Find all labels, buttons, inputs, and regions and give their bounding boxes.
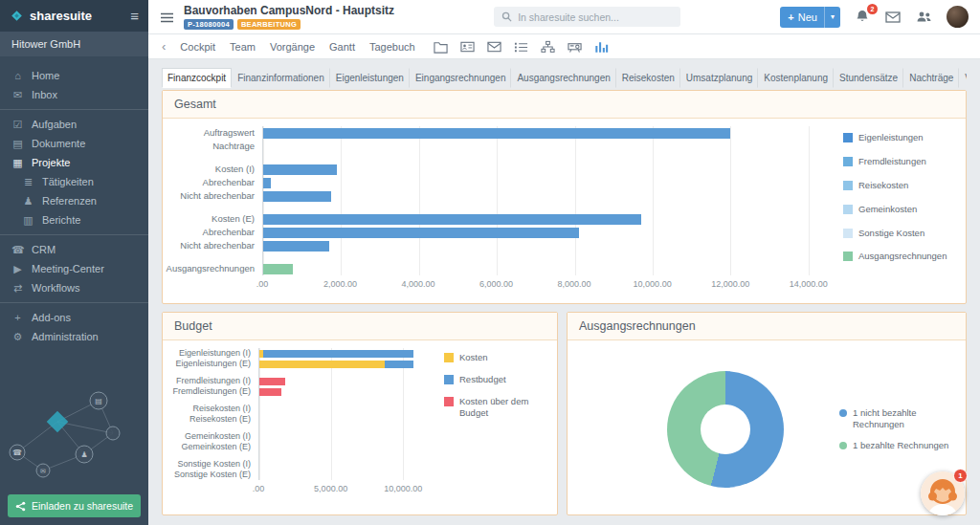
sidebar-item-dokumente[interactable]: ▤Dokumente xyxy=(0,134,148,153)
org-chart-icon[interactable] xyxy=(541,40,555,54)
bar-row xyxy=(263,239,824,252)
tab-finanzinformationen[interactable]: Finanzinformationen xyxy=(232,68,330,88)
org-selector[interactable]: Hitower GmbH xyxy=(0,32,148,56)
new-button[interactable]: + Neu ▾ xyxy=(780,7,840,28)
legend-label: Kosten xyxy=(459,352,488,363)
task-list-icon[interactable] xyxy=(514,40,528,54)
mail-icon[interactable] xyxy=(487,40,501,54)
sidebar-item-label: Referenzen xyxy=(42,195,97,207)
project-nav-icons xyxy=(434,40,609,54)
legend-swatch xyxy=(839,442,847,449)
sidebar-item-crm[interactable]: ☎CRM xyxy=(0,240,148,259)
tab-stundensaetze[interactable]: Stundensätze xyxy=(834,68,903,88)
sidebar-divider xyxy=(0,109,148,110)
tab-umsatzplanung[interactable]: Umsatzplanung xyxy=(680,68,758,88)
chart-plot-area xyxy=(258,348,425,480)
sidebar-item-berichte[interactable]: ▥Berichte xyxy=(0,210,148,230)
tab-ausgangsrechnungen[interactable]: Ausgangsrechnungen xyxy=(511,68,615,88)
user-avatar[interactable] xyxy=(947,6,969,28)
x-tick-label: 8,000.00 xyxy=(558,279,591,289)
sidebar-item-referenzen[interactable]: ♟Referenzen xyxy=(0,191,148,210)
bar-row xyxy=(259,442,425,452)
sidebar-item-label: Meeting-Center xyxy=(32,263,104,274)
project-nav-link-cockpit[interactable]: Cockpit xyxy=(180,41,215,53)
references-icon: ♟ xyxy=(22,195,34,208)
sidebar-item-inbox[interactable]: ✉Inbox xyxy=(0,85,148,104)
sidebar-nav: ⌂Home✉Inbox☑Aufgaben▤Dokumente▦Projekte≣… xyxy=(0,56,148,525)
legend-label: 1 nicht bezahlte Rechnungen xyxy=(853,407,954,430)
bar-category-label: Sonstige Kosten (E) xyxy=(174,470,251,480)
bar-segment xyxy=(263,214,641,225)
search-icon xyxy=(501,11,512,22)
search-input[interactable] xyxy=(518,11,673,23)
legend-item: Gemeinkosten xyxy=(843,204,954,215)
folder-icon[interactable] xyxy=(434,40,448,54)
tab-eingangsrechnungen[interactable]: Eingangsrechnungen xyxy=(410,68,512,88)
invite-button[interactable]: Einladen zu sharesuite xyxy=(8,494,141,517)
chart-x-axis: .005,000.0010,000.00 xyxy=(258,480,425,495)
bar-segment xyxy=(263,178,271,188)
sidebar-item-label: CRM xyxy=(32,244,56,255)
bar-row xyxy=(263,189,824,203)
sidebar-item-taetigkeiten[interactable]: ≣Tätigkeiten xyxy=(0,172,148,191)
chevron-down-icon[interactable]: ▾ xyxy=(824,7,840,28)
bar-row xyxy=(259,431,425,442)
bar-category-label: Fremdleistungen (I) xyxy=(176,376,251,386)
sidebar-item-add-ons[interactable]: +Add-ons xyxy=(0,308,148,327)
bar-gap xyxy=(263,252,824,262)
legend-swatch xyxy=(843,252,853,261)
project-nav-link-tagebuch[interactable]: Tagebuch xyxy=(369,41,415,53)
sidebar-item-meeting-center[interactable]: ▶Meeting-Center xyxy=(0,259,148,278)
bar-segment xyxy=(263,191,331,202)
brand-name: sharesuite xyxy=(30,9,124,23)
notification-count-badge: 2 xyxy=(867,4,878,14)
bar-category-label: Auftragswert xyxy=(204,126,255,140)
topbar-actions: + Neu ▾ 2 xyxy=(780,6,969,28)
page-list-icon[interactable] xyxy=(160,11,174,23)
bar-gap xyxy=(263,203,824,212)
gesamt-card-body: AuftragswertNachträgeKosten (I)Abrechenb… xyxy=(163,119,966,303)
legend-item: 1 nicht bezahlte Rechnungen xyxy=(839,407,954,430)
tab-kostenplanung[interactable]: Kostenplanung xyxy=(758,68,834,88)
sidebar-item-home[interactable]: ⌂Home xyxy=(0,66,148,85)
bar-row xyxy=(259,470,425,480)
x-tick-label: 2,000.00 xyxy=(323,279,357,289)
invoices-card-title: Ausgangsrechnungen xyxy=(568,313,966,340)
chart-x-axis: .002,000.004,000.006,000.008,000.0010,00… xyxy=(262,275,824,291)
menu-toggle-icon[interactable]: ≡ xyxy=(130,9,139,23)
sidebar-item-administration[interactable]: ⚙Administration xyxy=(0,327,148,346)
donut-chart xyxy=(667,371,784,488)
contacts-button[interactable] xyxy=(916,10,932,25)
bar-segment xyxy=(263,241,329,252)
projector-icon[interactable] xyxy=(568,40,582,54)
tab-vorgaenge[interactable]: Vorgänge xyxy=(959,68,967,88)
project-nav-link-gantt[interactable]: Gantt xyxy=(329,41,355,53)
project-nav-links: CockpitTeamVorgängeGanttTagebuch xyxy=(180,41,414,53)
global-search[interactable] xyxy=(494,7,680,27)
messages-button[interactable] xyxy=(885,10,902,25)
plus-icon: + xyxy=(788,11,793,23)
bar-category-label: Kosten (I) xyxy=(215,163,255,176)
project-nav-link-team[interactable]: Team xyxy=(230,41,256,53)
finance-chart-icon[interactable] xyxy=(594,40,609,54)
tasks-icon: ☑ xyxy=(11,119,24,131)
sidebar-item-projekte[interactable]: ▦Projekte xyxy=(0,153,148,172)
tab-reisekosten[interactable]: Reisekosten xyxy=(616,68,680,88)
sidebar-item-workflows[interactable]: ⇄Workflows xyxy=(0,278,148,297)
bar-gap xyxy=(259,369,425,376)
notifications-button[interactable]: 2 xyxy=(855,10,871,25)
invoices-card: Ausgangsrechnungen 1 nicht bezahlte Rech… xyxy=(567,312,967,515)
x-tick-label: 5,000.00 xyxy=(314,484,347,493)
sidebar-item-aufgaben[interactable]: ☑Aufgaben xyxy=(0,115,148,134)
bar-category-label: Gemeinkosten (E) xyxy=(181,442,251,452)
contact-card-icon[interactable] xyxy=(460,40,475,54)
back-chevron-icon[interactable]: ‹ xyxy=(162,40,166,53)
tab-finanzcockpit[interactable]: Finanzcockpit xyxy=(162,68,232,88)
project-nav: ‹ CockpitTeamVorgängeGanttTagebuch xyxy=(148,34,980,59)
tab-eigenleistungen[interactable]: Eigenleistungen xyxy=(330,68,410,88)
project-nav-link-vorgaenge[interactable]: Vorgänge xyxy=(270,41,315,53)
bar-segment xyxy=(385,361,413,368)
support-chat-avatar[interactable]: 1 xyxy=(921,471,965,515)
tab-nachtraege[interactable]: Nachträge xyxy=(903,68,959,88)
legend-label: Kosten über dem Budget xyxy=(459,396,546,419)
